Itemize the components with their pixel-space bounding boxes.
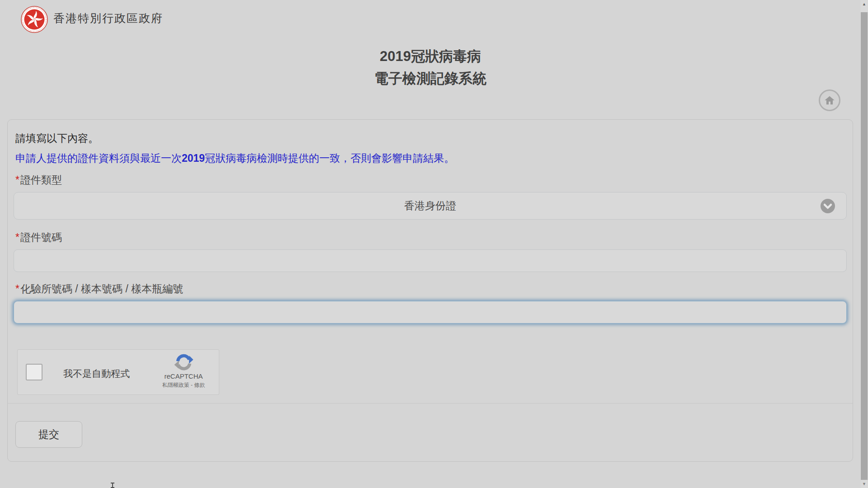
recaptcha-checkbox-label: 我不是自動程式 [63,367,130,380]
required-mark: * [15,174,19,186]
required-mark: * [15,283,19,295]
lab-number-label: *化驗所號碼 / 樣本號碼 / 樣本瓶編號 [15,282,183,296]
form-notice: 申請人提供的證件資料須與最近一次2019冠狀病毒病檢測時提供的一致，否則會影響申… [15,151,454,165]
recaptcha-terms-link[interactable]: 私隱權政策 - 條款 [156,381,211,389]
divider [8,403,853,404]
doc-number-label-text: 證件號碼 [20,231,62,243]
required-mark: * [15,231,19,243]
recaptcha-logo-icon [174,353,194,372]
submit-button[interactable]: 提交 [15,421,82,448]
form-intro: 請填寫以下內容。 [15,131,99,145]
page-title-line2: 電子檢測記錄系統 [0,67,861,89]
doc-type-select[interactable]: 香港身份證 [14,192,847,220]
notice-prefix: 申請人提供的證件資料須與最近一次 [15,152,182,164]
scrollbar-thumb[interactable] [861,12,868,480]
scroll-down-arrow-icon[interactable]: ▼ [860,481,868,487]
doc-number-input[interactable] [14,249,847,272]
doc-number-label: *證件號碼 [15,230,62,244]
notice-suffix: 冠狀病毒病檢測時提供的一致，否則會影響申請結果。 [205,152,454,164]
doc-type-label-text: 證件類型 [20,174,62,186]
chevron-down-icon [820,198,835,214]
notice-bold: 2019 [182,152,205,164]
doc-type-selected-value: 香港身份證 [404,199,456,213]
page-background: 香港特別行政區政府 2019冠狀病毒病 電子檢測記錄系統 請填寫以下內容。 申請… [0,0,868,488]
home-icon [824,94,835,106]
recaptcha-brand-block: reCAPTCHA 私隱權政策 - 條款 [156,353,211,389]
doc-type-label: *證件類型 [15,173,62,187]
lab-number-input[interactable] [14,301,847,324]
scroll-up-arrow-icon[interactable]: ▲ [860,1,868,7]
vertical-scrollbar[interactable]: ▲ ▼ [860,0,868,488]
form-card: 請填寫以下內容。 申請人提供的證件資料須與最近一次2019冠狀病毒病檢測時提供的… [7,119,853,462]
page-title-line1: 2019冠狀病毒病 [0,45,861,67]
recaptcha-checkbox[interactable] [26,364,42,380]
gov-name: 香港特別行政區政府 [53,11,163,26]
recaptcha-brand-name: reCAPTCHA [156,372,211,380]
recaptcha-widget: 我不是自動程式 reCAPTCHA 私隱權政策 - 條款 [17,349,219,395]
hksar-emblem-icon [21,6,48,33]
text-cursor [112,483,113,488]
page-title: 2019冠狀病毒病 電子檢測記錄系統 [0,45,861,89]
lab-number-label-text: 化驗所號碼 / 樣本號碼 / 樣本瓶編號 [20,283,183,295]
home-button[interactable] [819,89,840,111]
